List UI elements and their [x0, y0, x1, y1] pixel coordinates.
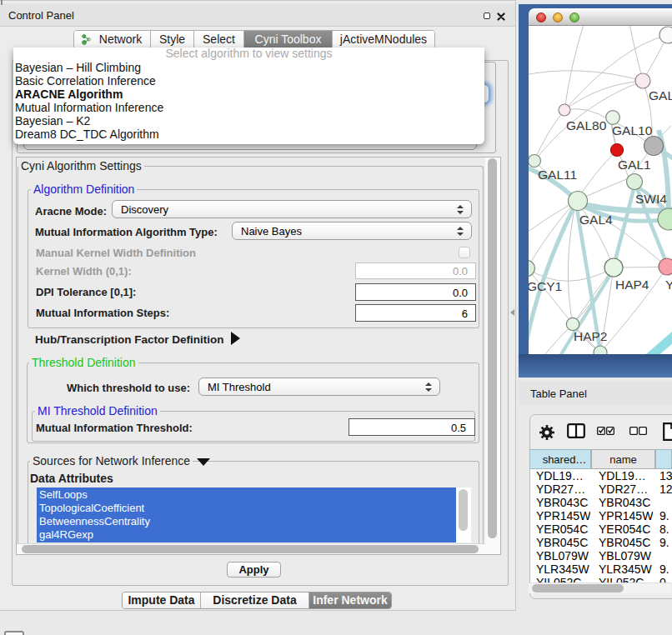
svg-text:GAL1: GAL1	[618, 158, 651, 172]
svg-text:GAL80: GAL80	[566, 118, 607, 132]
svg-text:GAL11: GAL11	[538, 168, 577, 182]
svg-text:GAL10: GAL10	[612, 123, 653, 138]
svg-text:HAP4: HAP4	[615, 278, 649, 292]
svg-text:GAL: GAL	[649, 88, 672, 102]
svg-text:GCY1: GCY1	[529, 279, 562, 293]
svg-text:SWI4: SWI4	[635, 192, 667, 206]
svg-text:HAP2: HAP2	[574, 329, 608, 343]
svg-text:Y: Y	[665, 278, 672, 292]
svg-text:GAL4: GAL4	[579, 212, 613, 227]
